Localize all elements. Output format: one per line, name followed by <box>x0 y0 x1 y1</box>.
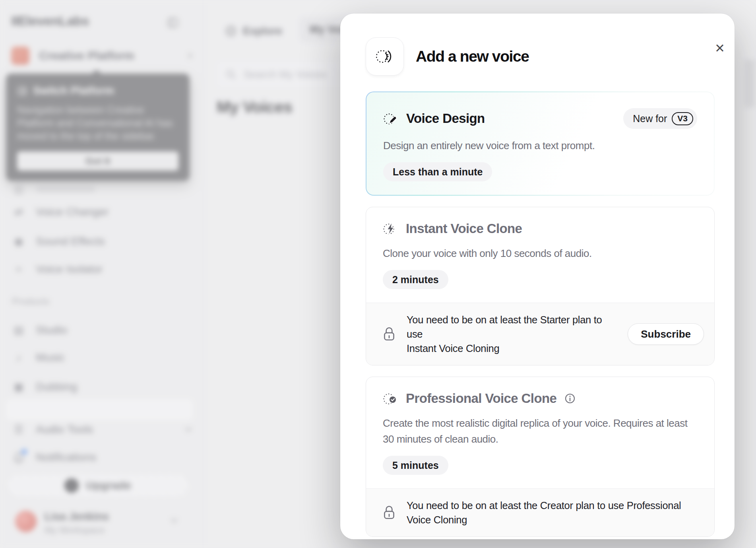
plan-requirement-text: You need to be on at least the Creator p… <box>407 498 681 527</box>
professional-clone-icon <box>383 391 399 406</box>
v3-pill: V3 <box>672 112 693 125</box>
instant-clone-icon <box>383 221 399 237</box>
modal-header: Add a new voice <box>366 37 735 76</box>
duration-pill: 5 minutes <box>383 456 448 475</box>
new-for-v3-badge: New for V3 <box>623 108 697 129</box>
card-description: Design an entirely new voice from a text… <box>383 138 697 154</box>
add-voice-modal: ✕ Add a new voice Voice Design New for <box>340 14 735 539</box>
lock-icon <box>382 504 396 521</box>
card-title: Voice Design <box>406 111 485 126</box>
card-title: Instant Voice Clone <box>406 221 522 236</box>
duration-pill: Less than a minute <box>383 162 492 181</box>
plan-requirement-text: You need to be on at least the Starter p… <box>407 313 617 356</box>
instant-voice-clone-card[interactable]: Instant Voice Clone Clone your voice wit… <box>366 207 715 365</box>
card-description: Clone your voice with only 10 seconds of… <box>383 245 698 261</box>
card-title: Professional Voice Clone <box>406 391 556 406</box>
professional-voice-clone-card[interactable]: Professional Voice Clone Create the most… <box>366 377 715 537</box>
duration-pill: 2 minutes <box>383 270 448 289</box>
voice-design-card[interactable]: Voice Design New for V3 Design an entire… <box>366 91 715 196</box>
subscribe-button[interactable]: Subscribe <box>628 323 704 345</box>
modal-title: Add a new voice <box>416 48 529 65</box>
info-icon[interactable] <box>564 393 576 404</box>
voice-design-icon <box>383 111 399 126</box>
plan-requirement-bar: You need to be on at least the Creator p… <box>366 488 714 536</box>
plan-requirement-bar: You need to be on at least the Starter p… <box>366 303 714 365</box>
badge-text: New for <box>633 113 667 124</box>
close-icon[interactable]: ✕ <box>710 38 730 58</box>
lock-icon <box>382 326 396 342</box>
card-description: Create the most realistic digital replic… <box>383 415 698 447</box>
voice-waves-icon <box>366 37 404 76</box>
screen: IIElevenLabs Creative Platform ▥ <box>0 0 756 548</box>
